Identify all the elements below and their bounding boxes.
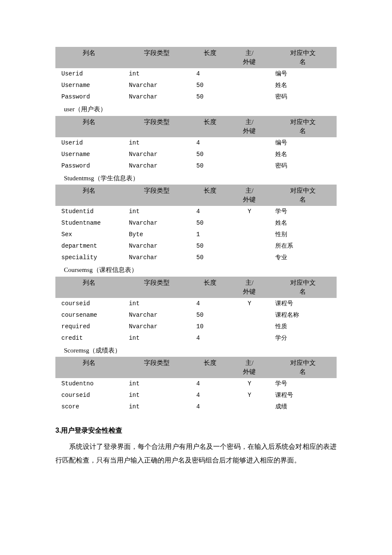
table-header-row: 列名字段类型长度主/外键对应中文名	[55, 357, 337, 378]
table-cell: int	[123, 137, 190, 149]
table-row: creditint4学分	[55, 332, 337, 344]
table-cell	[230, 160, 269, 172]
table-header-row: 列名字段类型长度主/外键对应中文名	[55, 116, 337, 137]
schema-table: 列名字段类型长度主/外键对应中文名courseidint4Y课程号coursen…	[55, 277, 337, 344]
table-cell: 课程名称	[269, 309, 337, 321]
table-cell: Nvarchar	[123, 240, 190, 252]
table-cell: Username	[55, 80, 123, 91]
header-pk-fk: 主/外键	[230, 185, 269, 206]
header-col-name: 列名	[55, 277, 123, 298]
table-row: PasswordNvarchar50密码	[55, 91, 337, 103]
table-cell: 学分	[269, 332, 337, 344]
table-cell	[230, 401, 269, 413]
table-row: courseidint4Y课程号	[55, 390, 337, 401]
table-cell: credit	[55, 332, 123, 344]
table-cell: int	[123, 206, 190, 217]
table-cell: int	[123, 401, 190, 413]
table-header: 列名字段类型长度主/外键对应中文名	[55, 357, 337, 378]
table-cell: Username	[55, 149, 123, 160]
body-paragraph: 系统设计了登录界面，每个合法用户有用户名及一个密码，在输入后系统会对相应的表进行…	[55, 440, 337, 467]
table-body: Studentnoint4Y学号courseidint4Y课程号scoreint…	[55, 378, 337, 413]
table-cell: 课程号	[269, 298, 337, 309]
table-cell: Userid	[55, 137, 123, 149]
table-cell: 学号	[269, 206, 337, 217]
table-cell: 1	[190, 229, 230, 240]
table-caption: Coursemsg（课程信息表）	[64, 265, 337, 275]
table-cell	[230, 240, 269, 252]
table-cell: int	[123, 68, 190, 80]
table-cell: Nvarchar	[123, 252, 190, 263]
table-cell	[230, 217, 269, 229]
table-row: courseidint4Y课程号	[55, 298, 337, 309]
table-cell: 编号	[269, 68, 337, 80]
table-cell: Byte	[123, 229, 190, 240]
table-row: Studentidint4Y学号	[55, 206, 337, 217]
table-cell	[230, 68, 269, 80]
table-cell	[230, 137, 269, 149]
table-cell: required	[55, 321, 123, 332]
header-col-name: 列名	[55, 185, 123, 206]
table-cell: Studentname	[55, 217, 123, 229]
header-length: 长度	[190, 185, 230, 206]
table-cell: 学号	[269, 378, 337, 390]
header-pk-fk: 主/外键	[230, 47, 269, 68]
table-body: Studentidint4Y学号StudentnameNvarchar50姓名S…	[55, 206, 337, 263]
table-row: StudentnameNvarchar50姓名	[55, 217, 337, 229]
header-length: 长度	[190, 357, 230, 378]
table-row: coursenameNvarchar50课程名称	[55, 309, 337, 321]
table-caption: Studentmsg（学生信息表）	[64, 173, 337, 183]
table-cell: Nvarchar	[123, 321, 190, 332]
header-col-name: 列名	[55, 357, 123, 378]
table-cell: 4	[190, 206, 230, 217]
table-cell: 50	[190, 91, 230, 103]
table-cell: 50	[190, 252, 230, 263]
table-row: SexByte1性别	[55, 229, 337, 240]
table-cell: Y	[230, 390, 269, 401]
table-cell: Nvarchar	[123, 80, 190, 91]
table-cell: Studentid	[55, 206, 123, 217]
table-cell: 50	[190, 309, 230, 321]
table-header: 列名字段类型长度主/外键对应中文名	[55, 185, 337, 206]
table-caption: user（用户表）	[64, 104, 337, 114]
table-caption: Scoremsg（成绩表）	[64, 346, 337, 356]
table-row: Useridint4编号	[55, 68, 337, 80]
table-body: courseidint4Y课程号coursenameNvarchar50课程名称…	[55, 298, 337, 344]
table-row: UsernameNvarchar50姓名	[55, 149, 337, 160]
table-cell: 性质	[269, 321, 337, 332]
header-field-type: 字段类型	[123, 277, 190, 298]
table-cell	[230, 229, 269, 240]
table-cell: 4	[190, 68, 230, 80]
table-header: 列名字段类型长度主/外键对应中文名	[55, 47, 337, 68]
table-row: requiredNvarchar10性质	[55, 321, 337, 332]
schema-table: 列名字段类型长度主/外键对应中文名Useridint4编号UsernameNva…	[55, 47, 337, 103]
table-cell: department	[55, 240, 123, 252]
table-cell: 姓名	[269, 217, 337, 229]
table-cell: int	[123, 298, 190, 309]
table-cell: 50	[190, 80, 230, 91]
table-row: PasswordNvarchar50密码	[55, 160, 337, 172]
table-cell: 50	[190, 217, 230, 229]
table-cell: 50	[190, 160, 230, 172]
schema-table: 列名字段类型长度主/外键对应中文名Studentnoint4Y学号coursei…	[55, 357, 337, 413]
header-col-name: 列名	[55, 47, 123, 68]
table-cell: Nvarchar	[123, 149, 190, 160]
table-cell: 4	[190, 390, 230, 401]
header-pk-fk: 主/外键	[230, 357, 269, 378]
table-header-row: 列名字段类型长度主/外键对应中文名	[55, 47, 337, 68]
schema-table: 列名字段类型长度主/外键对应中文名Useridint4编号UsernameNva…	[55, 116, 337, 172]
header-chinese-name: 对应中文名	[269, 277, 337, 298]
table-cell: int	[123, 378, 190, 390]
header-field-type: 字段类型	[123, 47, 190, 68]
table-cell: int	[123, 390, 190, 401]
table-cell: 4	[190, 401, 230, 413]
table-cell: 课程号	[269, 390, 337, 401]
table-cell	[230, 332, 269, 344]
schema-table: 列名字段类型长度主/外键对应中文名Studentidint4Y学号Student…	[55, 185, 337, 263]
header-length: 长度	[190, 116, 230, 137]
table-cell: Y	[230, 206, 269, 217]
table-cell: 50	[190, 240, 230, 252]
table-cell: Password	[55, 91, 123, 103]
table-cell: courseid	[55, 390, 123, 401]
table-cell: 专业	[269, 252, 337, 263]
table-cell: 4	[190, 378, 230, 390]
